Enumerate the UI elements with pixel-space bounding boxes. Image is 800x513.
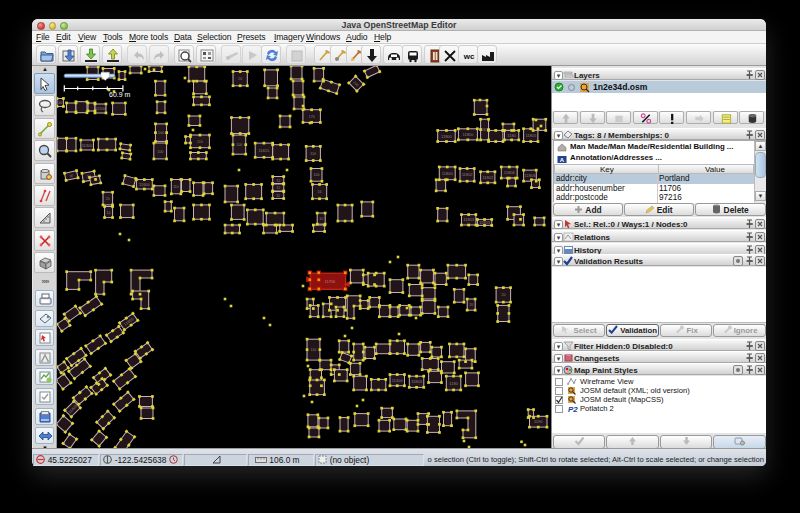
svg-text:110: 110 xyxy=(173,185,179,189)
svg-text:P2: P2 xyxy=(568,405,578,413)
svg-text:11801: 11801 xyxy=(479,127,491,132)
svg-text:15: 15 xyxy=(276,186,280,190)
svg-text:60.9 m: 60.9 m xyxy=(109,91,131,98)
svg-text:11300: 11300 xyxy=(392,378,404,383)
svg-text:11615: 11615 xyxy=(258,148,270,153)
svg-text:11800: 11800 xyxy=(462,132,474,137)
svg-text:11: 11 xyxy=(276,194,280,198)
svg-text:20: 20 xyxy=(469,303,473,307)
svg-text:10: 10 xyxy=(319,217,323,221)
svg-text:11802: 11802 xyxy=(482,175,494,180)
svg-text:10: 10 xyxy=(107,211,111,215)
svg-text:100: 100 xyxy=(158,131,164,135)
svg-text:11803: 11803 xyxy=(411,379,423,384)
svg-text:100: 100 xyxy=(313,173,319,177)
svg-text:20: 20 xyxy=(238,77,242,81)
svg-text:1180: 1180 xyxy=(507,133,516,138)
svg-text:30: 30 xyxy=(87,174,92,179)
svg-text:11803: 11803 xyxy=(463,217,475,222)
svg-text:110: 110 xyxy=(310,152,316,156)
svg-text:30: 30 xyxy=(69,174,74,179)
svg-text:1180: 1180 xyxy=(449,381,458,386)
svg-text:11802: 11802 xyxy=(462,172,474,177)
svg-text:11300: 11300 xyxy=(82,143,94,148)
svg-text:11500: 11500 xyxy=(95,106,107,111)
svg-text:11803: 11803 xyxy=(479,220,491,225)
svg-text:A: A xyxy=(560,157,565,163)
svg-text:15: 15 xyxy=(276,179,280,183)
svg-text:00: 00 xyxy=(58,101,62,105)
svg-text:1190: 1190 xyxy=(534,419,543,424)
svg-text:100: 100 xyxy=(236,143,242,147)
svg-text:11706: 11706 xyxy=(324,279,336,284)
svg-text:11800: 11800 xyxy=(441,134,453,139)
svg-text:20: 20 xyxy=(106,197,110,201)
svg-text:wc: wc xyxy=(463,52,475,61)
svg-text:170: 170 xyxy=(309,115,315,119)
svg-text:100: 100 xyxy=(157,150,163,154)
svg-text:11800: 11800 xyxy=(442,171,454,176)
svg-text:110: 110 xyxy=(311,348,317,352)
svg-text:11806: 11806 xyxy=(525,173,537,178)
svg-text:16: 16 xyxy=(318,190,322,194)
svg-text:11600: 11600 xyxy=(139,182,151,187)
svg-text:11806: 11806 xyxy=(504,170,516,175)
svg-text:20: 20 xyxy=(501,293,505,297)
svg-text:11805: 11805 xyxy=(525,133,537,138)
svg-text:110: 110 xyxy=(197,140,203,144)
